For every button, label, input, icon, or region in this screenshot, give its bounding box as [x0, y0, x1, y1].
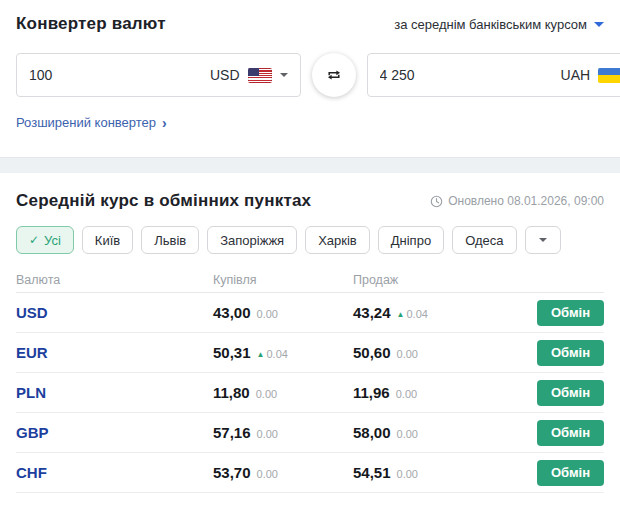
column-header-buy: Купівля — [213, 273, 353, 287]
sell-value: 58,00 — [353, 424, 391, 441]
buy-value: 57,16 — [213, 424, 251, 441]
column-header-sell: Продаж — [353, 273, 540, 287]
rate-mode-dropdown[interactable]: за середнім банківським курсом — [394, 17, 604, 32]
check-icon: ✓ — [29, 234, 39, 246]
from-currency-code: USD — [210, 67, 240, 83]
to-amount-box: UAH — [367, 53, 620, 97]
buy-value: 11,80 — [213, 384, 250, 401]
rates-table: USD 43,00 0.00 43,24 ▲0.04 Обмін EUR 50,… — [16, 292, 604, 492]
us-flag-icon — [248, 68, 272, 83]
to-currency-code: UAH — [561, 67, 591, 83]
sell-cell: 54,51 0.00 — [353, 464, 540, 481]
chevron-down-icon — [280, 73, 288, 77]
section-divider — [0, 157, 620, 173]
sell-change: 0.00 — [397, 428, 418, 440]
city-filter-chip[interactable]: ✓ Усі — [16, 226, 74, 254]
sell-change: 0.00 — [396, 388, 417, 400]
currency-code-link[interactable]: CHF — [16, 464, 213, 481]
sell-change: 0.00 — [397, 348, 418, 360]
chevron-down-icon — [539, 238, 547, 242]
rates-title: Середній курс в обмінних пунктах — [16, 191, 311, 211]
advanced-converter-link[interactable]: Розширений конвертер › — [16, 115, 167, 130]
buy-cell: 57,16 0.00 — [213, 424, 353, 441]
exchange-button[interactable]: Обмін — [537, 340, 604, 366]
ua-flag-icon — [598, 68, 620, 83]
chevron-down-icon — [594, 22, 604, 27]
buy-change: 0.00 — [257, 468, 278, 480]
table-row: EUR 50,31 ▲0.04 50,60 0.00 Обмін — [16, 332, 604, 372]
city-filter-chip[interactable]: Дніпро — [378, 226, 444, 254]
sell-cell: 11,96 0.00 — [353, 384, 540, 401]
buy-cell: 11,80 0.00 — [213, 384, 353, 401]
sell-value: 54,51 — [353, 464, 391, 481]
currency-code-link[interactable]: PLN — [16, 384, 213, 401]
city-filter-chips: ✓ Усі Київ Львів Запоріжжя Харків Дніпро… — [16, 226, 604, 254]
currency-code-link[interactable]: EUR — [16, 344, 213, 361]
buy-cell: 43,00 0.00 — [213, 304, 353, 321]
sell-value: 43,24 — [353, 304, 391, 321]
rate-mode-label: за середнім банківським курсом — [394, 17, 587, 32]
rates-header: Середній курс в обмінних пунктах Оновлен… — [16, 191, 604, 211]
exchange-button[interactable]: Обмін — [537, 460, 604, 486]
converter-row: USD UAH — [16, 53, 604, 97]
table-bottom-divider — [16, 492, 604, 493]
table-row: USD 43,00 0.00 43,24 ▲0.04 Обмін — [16, 292, 604, 332]
swap-currencies-button[interactable] — [312, 53, 356, 97]
city-filter-chip[interactable]: Харків — [305, 226, 370, 254]
sell-value: 50,60 — [353, 344, 391, 361]
sell-cell: 50,60 0.00 — [353, 344, 540, 361]
city-filter-chip[interactable]: Львів — [141, 226, 199, 254]
currency-code-link[interactable]: GBP — [16, 424, 213, 441]
buy-change: 0.00 — [257, 308, 278, 320]
updated-timestamp: Оновлено 08.01.2026, 09:00 — [430, 194, 604, 208]
currency-code-link[interactable]: USD — [16, 304, 213, 321]
buy-change: 0.00 — [257, 428, 278, 440]
converter-title: Конвертер валют — [16, 14, 166, 34]
converter-header: Конвертер валют за середнім банківським … — [16, 14, 604, 34]
up-triangle-icon: ▲ — [257, 350, 265, 359]
clock-icon — [430, 195, 443, 208]
exchange-button[interactable]: Обмін — [537, 420, 604, 446]
exchange-button[interactable]: Обмін — [537, 300, 604, 326]
to-amount-input[interactable] — [380, 67, 561, 83]
city-filter-chip[interactable]: Запоріжжя — [207, 226, 297, 254]
buy-value: 53,70 — [213, 464, 251, 481]
sell-value: 11,96 — [353, 384, 390, 401]
sell-change: 0.00 — [397, 468, 418, 480]
swap-arrows-icon — [324, 65, 344, 85]
more-cities-chip[interactable] — [525, 226, 561, 254]
buy-cell: 53,70 0.00 — [213, 464, 353, 481]
buy-value: 43,00 — [213, 304, 251, 321]
from-amount-input[interactable] — [29, 67, 210, 83]
buy-change: 0.00 — [256, 388, 277, 400]
from-amount-box: USD — [16, 53, 301, 97]
exchange-button[interactable]: Обмін — [537, 380, 604, 406]
chevron-right-icon: › — [162, 116, 167, 130]
table-header: Валюта Купівля Продаж — [16, 268, 604, 292]
to-currency-selector[interactable]: UAH — [561, 67, 620, 83]
buy-value: 50,31 — [213, 344, 251, 361]
up-triangle-icon: ▲ — [397, 310, 405, 319]
buy-change: 0.04 — [266, 348, 287, 360]
city-filter-chip[interactable]: Одеса — [452, 226, 516, 254]
table-row: PLN 11,80 0.00 11,96 0.00 Обмін — [16, 372, 604, 412]
sell-cell: 58,00 0.00 — [353, 424, 540, 441]
table-row: CHF 53,70 0.00 54,51 0.00 Обмін — [16, 452, 604, 492]
buy-cell: 50,31 ▲0.04 — [213, 344, 353, 361]
sell-cell: 43,24 ▲0.04 — [353, 304, 540, 321]
column-header-currency: Валюта — [16, 273, 213, 287]
sell-change: 0.04 — [406, 308, 427, 320]
city-filter-chip[interactable]: Київ — [82, 226, 133, 254]
from-currency-selector[interactable]: USD — [210, 67, 288, 83]
table-row: GBP 57,16 0.00 58,00 0.00 Обмін — [16, 412, 604, 452]
